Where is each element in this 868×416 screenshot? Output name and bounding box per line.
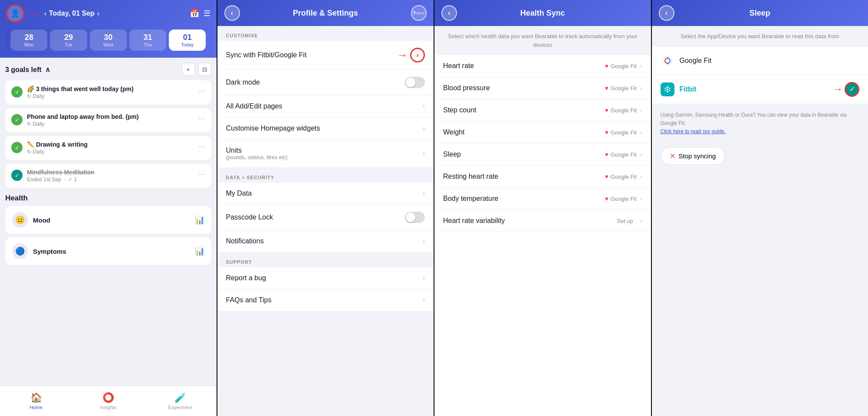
home-content: 3 goals left ∧ + ⊟ ✓ 🌈 3 things that wen… <box>0 58 217 386</box>
cal-day-01[interactable]: 01 Today <box>169 29 206 51</box>
menu-icon[interactable]: ☰ <box>204 9 210 18</box>
svg-point-1 <box>667 57 668 59</box>
add-edit-label: All Add/Edit pages <box>226 102 423 110</box>
sync-body-temp-source: ♥ Google Fit <box>605 195 637 202</box>
nav-insights[interactable]: ⭕ Insights <box>72 386 144 416</box>
sync-blood-pressure[interactable]: Blood pressure ♥ Google Fit › <box>434 77 651 99</box>
sync-resting-hr-label: Resting heart rate <box>443 173 605 180</box>
add-edit-item[interactable]: All Add/Edit pages › <box>217 95 434 118</box>
goal-name-1: 🌈 3 things that went well today (pm) <box>27 85 194 92</box>
sync-step-count[interactable]: Step count ♥ Google Fit › <box>434 99 651 121</box>
sleep-back-button[interactable]: ‹ <box>659 5 674 21</box>
help-button[interactable]: ?HELP <box>411 5 427 21</box>
health-sync-description: Select which health data you want Bearab… <box>434 26 651 55</box>
home-nav-icon: 🏠 <box>30 392 42 403</box>
sync-heart-rate-label: Heart rate <box>443 62 605 70</box>
svg-point-6 <box>667 91 668 92</box>
stop-sync-button[interactable]: ✕ Stop syncing <box>661 147 725 165</box>
sync-weight[interactable]: Weight ♥ Google Fit › <box>434 121 651 144</box>
next-date-button[interactable]: › <box>97 10 99 17</box>
settings-panel: ‹ Profile & Settings ?HELP CUSTOMISE Syn… <box>217 0 435 416</box>
cal-day-28[interactable]: 28 Mon <box>10 29 47 51</box>
goals-header: 3 goals left ∧ + ⊟ <box>5 63 211 76</box>
avatar-button[interactable]: 👤 <box>6 4 24 23</box>
sync-sleep-chevron: › <box>640 151 642 158</box>
cal-day-30[interactable]: 30 Wed <box>90 29 127 51</box>
goal-menu-1[interactable]: ··· <box>198 86 205 95</box>
sync-hrv[interactable]: Heart rate variability Set up › <box>434 210 651 232</box>
sync-body-temp-label: Body temperature <box>443 195 605 203</box>
settings-back-button[interactable]: ‹ <box>224 5 240 21</box>
units-chevron: › <box>423 150 425 157</box>
sync-hrv-setup: Set up <box>617 218 633 224</box>
nav-experiment[interactable]: 🧪 Experiment <box>144 386 216 416</box>
faqs-tips-item[interactable]: FAQs and Tips › <box>217 289 434 311</box>
filter-goal-button[interactable]: ⊟ <box>198 63 211 76</box>
settings-header: ‹ Profile & Settings ?HELP <box>217 0 434 26</box>
sync-body-temp[interactable]: Body temperature ♥ Google Fit › <box>434 188 651 210</box>
goal-menu-4[interactable]: ··· <box>198 170 205 179</box>
health-sync-panel: ‹ Health Sync Select which health data y… <box>434 0 652 416</box>
garmin-note: Using Garmin, Samsung Health or Oura? Yo… <box>652 104 868 143</box>
sync-sleep-label: Sleep <box>443 151 605 158</box>
garmin-guide-link[interactable]: Click here to read our guide. <box>661 128 726 134</box>
calendar-icon[interactable]: 📅 <box>190 9 199 18</box>
homepage-widgets-chevron: › <box>423 124 425 132</box>
nav-home[interactable]: 🏠 Home <box>0 386 72 416</box>
goals-title: 3 goals left ∧ <box>5 66 50 74</box>
dark-mode-item[interactable]: Dark mode <box>217 70 434 95</box>
sleep-google-fit-option[interactable]: Google Fit <box>652 47 868 75</box>
fitbit-icon <box>661 82 674 96</box>
person-icon: 👤 <box>10 9 20 18</box>
health-sync-back-button[interactable]: ‹ <box>441 5 457 21</box>
svg-point-5 <box>667 88 668 90</box>
goal-menu-2[interactable]: ··· <box>198 114 205 123</box>
goal-check-2: ✓ <box>11 114 23 125</box>
notifications-item[interactable]: Notifications › <box>217 230 434 252</box>
sync-weight-chevron: › <box>640 129 642 136</box>
my-data-item[interactable]: My Data › <box>217 183 434 205</box>
units-item[interactable]: Units (pounds, celsius, litres etc) › <box>217 140 434 168</box>
google-fit-heart-icon-7: ♥ <box>605 195 608 202</box>
settings-content: CUSTOMISE Sync with Fitbit/Google Fit → … <box>217 26 434 416</box>
experiment-nav-icon: 🧪 <box>174 392 186 403</box>
current-date-label: Today, 01 Sep <box>49 10 95 17</box>
goal-menu-3[interactable]: ··· <box>198 142 205 151</box>
sync-fitbit-item[interactable]: Sync with Fitbit/Google Fit → › <box>217 41 434 70</box>
goal-sub-3: ↻ Daily <box>27 149 194 155</box>
cal-day-29[interactable]: 29 Tue <box>50 29 87 51</box>
faqs-tips-label: FAQs and Tips <box>226 296 423 304</box>
google-fit-icon <box>661 54 674 68</box>
sleep-fitbit-option[interactable]: Fitbit → ✓ <box>652 75 868 104</box>
google-fit-heart-icon-5: ♥ <box>605 151 608 158</box>
homepage-widgets-item[interactable]: Customise Homepage widgets › <box>217 118 434 140</box>
health-card-mood[interactable]: 😐 Mood 📊 <box>5 206 211 234</box>
report-bug-item[interactable]: Report a bug › <box>217 267 434 289</box>
prev-date-button[interactable]: ‹ <box>44 10 46 17</box>
health-sync-title: Health Sync <box>457 9 628 18</box>
sync-resting-hr-chevron: › <box>640 173 642 180</box>
dark-mode-toggle[interactable] <box>405 77 425 88</box>
sync-fitbit-label: Sync with Fitbit/Google Fit <box>226 51 398 59</box>
passcode-lock-toggle[interactable] <box>405 212 425 223</box>
add-goal-button[interactable]: + <box>182 63 195 76</box>
cal-day-31[interactable]: 31 Thu <box>129 29 166 51</box>
sync-resting-hr-source: ♥ Google Fit <box>605 173 637 180</box>
insights-nav-icon: ⭕ <box>102 392 114 403</box>
goal-name-3: ✏️ Drawing & writing <box>27 141 194 148</box>
faqs-tips-chevron: › <box>423 296 425 304</box>
google-fit-heart-icon-3: ♥ <box>605 107 608 114</box>
sync-resting-heart-rate[interactable]: Resting heart rate ♥ Google Fit › <box>434 166 651 188</box>
health-card-symptoms[interactable]: 🔵 Symptoms 📊 <box>5 237 211 265</box>
sync-heart-rate[interactable]: Heart rate ♥ Google Fit › <box>434 55 651 77</box>
dark-mode-label: Dark mode <box>226 79 405 86</box>
sync-sleep[interactable]: Sleep ♥ Google Fit › <box>434 144 651 166</box>
sync-step-count-source: ♥ Google Fit <box>605 107 637 114</box>
sync-weight-source: ♥ Google Fit <box>605 129 637 136</box>
google-fit-heart-icon-6: ♥ <box>605 173 608 180</box>
home-panel: 👤 ← ‹ Today, 01 Sep › 📅 ☰ 28 Mon 29 Tue <box>0 0 217 416</box>
fitbit-red-arrow: → <box>833 84 843 95</box>
passcode-lock-item[interactable]: Passcode Lock <box>217 205 434 230</box>
home-nav-label: Home <box>30 405 42 410</box>
svg-point-2 <box>667 62 668 64</box>
